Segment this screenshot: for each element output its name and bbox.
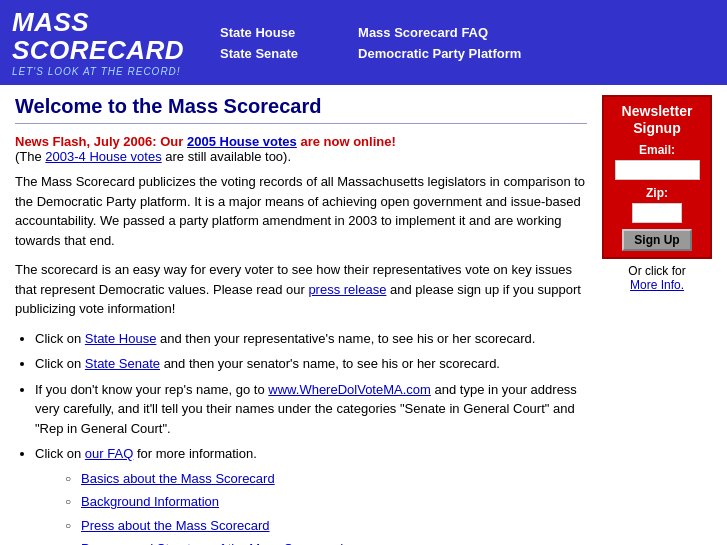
page-title: Welcome to the Mass Scorecard <box>15 95 587 124</box>
news-flash: News Flash, July 2006: Our 2005 House vo… <box>15 134 587 164</box>
nav-area: State House State Senate Mass Scorecard … <box>200 0 727 85</box>
nav-dem-platform[interactable]: Democratic Party Platform <box>358 46 521 61</box>
body-paragraph-2: The scorecard is an easy way for every v… <box>15 260 587 319</box>
faq-link[interactable]: our FAQ <box>85 446 133 461</box>
news-flash-line2: (The 2003-4 House votes are still availa… <box>15 149 291 164</box>
sidebar: Newsletter Signup Email: Zip: Sign Up Or… <box>602 95 712 545</box>
news-flash-text2: are now online! <box>297 134 396 149</box>
newsletter-title-line1: Newsletter <box>622 103 693 119</box>
news-flash-label: News Flash, July 2006: <box>15 134 157 149</box>
sub-item-2: Background Information <box>65 492 587 512</box>
old-votes-link[interactable]: 2003-4 House votes <box>45 149 161 164</box>
nav-faq[interactable]: Mass Scorecard FAQ <box>358 25 521 40</box>
or-click-area: Or click for More Info. <box>602 264 712 292</box>
body-paragraph-1: The Mass Scorecard publicizes the voting… <box>15 172 587 250</box>
sub-item-3: Press about the Mass Scorecard <box>65 516 587 536</box>
li3-prefix: If you don't know your rep's name, go to <box>35 382 268 397</box>
content: Welcome to the Mass Scorecard News Flash… <box>15 95 587 545</box>
more-info-link[interactable]: More Info. <box>630 278 684 292</box>
news-flash-text: News Flash, July 2006: Our 2005 House vo… <box>15 134 396 149</box>
sub-item-4: Process and Structure of the Mass Scorec… <box>65 539 587 545</box>
li2-prefix: Click on <box>35 356 85 371</box>
list-item-1: Click on State House and then your repre… <box>35 329 587 349</box>
sub-list: Basics about the Mass Scorecard Backgrou… <box>65 469 587 546</box>
zip-input[interactable] <box>632 203 682 223</box>
sub-link-1[interactable]: Basics about the Mass Scorecard <box>81 471 275 486</box>
header: MASSSCORECARD Let's Look at the Record! … <box>0 0 727 85</box>
nav-right: Mass Scorecard FAQ Democratic Party Plat… <box>358 25 521 61</box>
email-label: Email: <box>612 143 702 157</box>
signup-button[interactable]: Sign Up <box>622 229 691 251</box>
li1-suffix: and then your representative's name, to … <box>156 331 535 346</box>
li2-suffix: and then your senator's name, to see his… <box>160 356 500 371</box>
press-release-link[interactable]: press release <box>308 282 386 297</box>
newsletter-title: Newsletter Signup <box>612 103 702 137</box>
logo-title: MASSSCORECARD <box>12 8 188 64</box>
sub-link-3[interactable]: Press about the Mass Scorecard <box>81 518 270 533</box>
newsletter-box: Newsletter Signup Email: Zip: Sign Up <box>602 95 712 259</box>
where-do-i-vote-link[interactable]: www.WhereDolVoteMA.com <box>268 382 431 397</box>
news-text4: are still available too). <box>162 149 291 164</box>
state-house-link[interactable]: State House <box>85 331 157 346</box>
zip-label: Zip: <box>612 186 702 200</box>
logo-subtitle: Let's Look at the Record! <box>12 66 188 77</box>
nav-left: State House State Senate <box>220 25 298 61</box>
list-item-2: Click on State Senate and then your sena… <box>35 354 587 374</box>
news-text3: (The <box>15 149 45 164</box>
nav-state-senate[interactable]: State Senate <box>220 46 298 61</box>
li4-suffix: for more information. <box>133 446 257 461</box>
main-list: Click on State House and then your repre… <box>35 329 587 546</box>
nav-state-house[interactable]: State House <box>220 25 298 40</box>
house-votes-link[interactable]: 2005 House votes <box>187 134 297 149</box>
list-item-4: Click on our FAQ for more information. B… <box>35 444 587 545</box>
or-click-label: Or click for <box>628 264 685 278</box>
newsletter-title-line2: Signup <box>633 120 680 136</box>
li4-prefix: Click on <box>35 446 85 461</box>
sub-link-2[interactable]: Background Information <box>81 494 219 509</box>
main-wrapper: Welcome to the Mass Scorecard News Flash… <box>0 85 727 545</box>
email-input[interactable] <box>615 160 700 180</box>
news-flash-text1: Our <box>160 134 187 149</box>
state-senate-link[interactable]: State Senate <box>85 356 160 371</box>
sub-item-1: Basics about the Mass Scorecard <box>65 469 587 489</box>
logo-area: MASSSCORECARD Let's Look at the Record! <box>0 0 200 85</box>
list-item-3: If you don't know your rep's name, go to… <box>35 380 587 439</box>
li1-prefix: Click on <box>35 331 85 346</box>
sub-link-4[interactable]: Process and Structure of the Mass Scorec… <box>81 541 343 545</box>
